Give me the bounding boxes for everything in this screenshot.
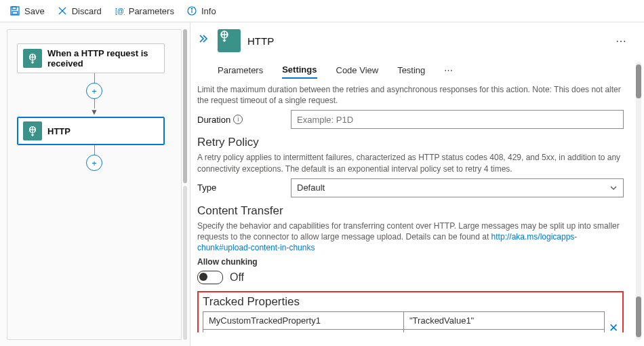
canvas-scrollbar[interactable] [183, 29, 187, 340]
retry-policy-heading: Retry Policy [197, 136, 624, 149]
panel-more-button[interactable]: ⋯ [616, 35, 626, 47]
tab-settings[interactable]: Settings [282, 62, 317, 79]
parameters-label: Parameters [129, 6, 174, 16]
panel-title: HTTP [247, 35, 274, 47]
svg-text:[@]: [@] [115, 7, 125, 15]
tab-testing[interactable]: Testing [397, 62, 425, 78]
command-bar: Save Discard [@] Parameters Info [0, 0, 644, 22]
duration-input[interactable] [291, 110, 624, 129]
save-button[interactable]: Save [5, 4, 49, 18]
delete-row-button[interactable]: ✕ [609, 321, 618, 332]
allow-chunking-toggle[interactable] [197, 271, 223, 284]
allow-chunking-label: Allow chunking [197, 257, 624, 267]
action-settings-panel: HTTP ⋯ Parameters Settings Code View Tes… [190, 22, 644, 346]
arrow-down-icon: ▼ [90, 107, 98, 117]
discard-button[interactable]: Discard [53, 4, 106, 18]
tabs-overflow-button[interactable]: ⋯ [444, 65, 453, 75]
globe-down-icon [23, 49, 42, 68]
trigger-node[interactable]: When a HTTP request is received [17, 43, 165, 73]
panel-tabs: Parameters Settings Code View Testing ⋯ [218, 62, 630, 79]
add-step-button-bottom[interactable]: + [86, 155, 102, 171]
chevron-down-icon [609, 184, 618, 192]
info-label: Info [201, 6, 216, 16]
retry-type-value: Default [297, 182, 325, 193]
http-node-title: HTTP [47, 126, 71, 136]
parameters-button[interactable]: [@] Parameters [110, 4, 178, 18]
info-button[interactable]: Info [182, 4, 220, 18]
tracked-properties-highlight: Tracked Properties MyCustomTrackedProper… [197, 291, 624, 332]
allow-chunking-state: Off [230, 271, 244, 284]
retry-type-label: Type [197, 182, 216, 193]
tracked-key-cell[interactable]: MyCustomTrackedProperty1 [209, 315, 321, 326]
duration-label: Duration [197, 115, 230, 125]
parameters-icon: [@] [114, 5, 125, 16]
tracked-value-cell[interactable]: "TrackedValue1" [409, 315, 474, 326]
settings-content: Limit the maximum duration between the r… [197, 81, 630, 332]
tracked-properties-table: MyCustomTrackedProperty1 "TrackedValue1"… [203, 311, 605, 332]
close-icon [57, 5, 68, 16]
svg-point-8 [191, 8, 192, 9]
collapse-panel-button[interactable] [197, 33, 208, 47]
add-step-button[interactable]: + [86, 83, 102, 99]
save-label: Save [24, 6, 45, 16]
http-action-node[interactable]: HTTP [17, 117, 165, 145]
table-row: Key Value [203, 330, 605, 332]
designer-canvas[interactable]: When a HTTP request is received + ▼ HTTP… [0, 22, 190, 346]
panel-scrollbar[interactable] [636, 62, 641, 340]
tracked-properties-heading: Tracked Properties [203, 295, 618, 309]
trigger-node-title: When a HTTP request is received [47, 48, 159, 69]
duration-description: Limit the maximum duration between the r… [197, 84, 624, 106]
discard-label: Discard [72, 6, 102, 16]
svg-rect-1 [12, 7, 16, 9]
connector: + ▼ [17, 73, 172, 117]
info-icon [186, 5, 197, 16]
info-icon[interactable]: i [233, 115, 243, 124]
chevron-double-right-icon [197, 33, 208, 44]
globe-down-icon [218, 29, 241, 52]
svg-rect-2 [12, 12, 18, 14]
save-icon [9, 5, 20, 16]
retry-policy-description: A retry policy applies to intermittent f… [197, 152, 624, 174]
content-transfer-heading: Content Transfer [197, 204, 624, 218]
globe-down-icon [23, 121, 42, 140]
content-transfer-description: Specify the behavior and capabilities fo… [197, 220, 624, 254]
table-row: MyCustomTrackedProperty1 "TrackedValue1" [203, 312, 605, 330]
tab-code-view[interactable]: Code View [336, 62, 379, 78]
tab-parameters[interactable]: Parameters [218, 62, 263, 78]
retry-type-select[interactable]: Default [291, 178, 624, 197]
connector-tail: + [17, 145, 172, 171]
